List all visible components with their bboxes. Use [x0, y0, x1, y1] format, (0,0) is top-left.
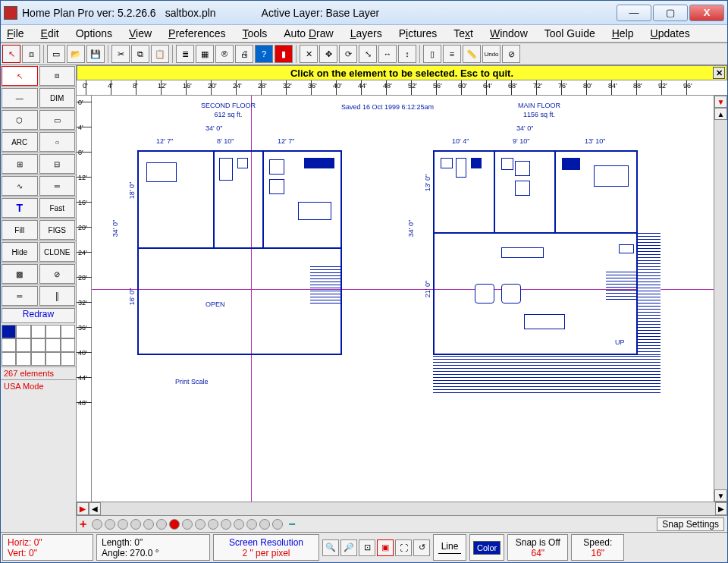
doors-tool[interactable]: ⊞ — [2, 154, 38, 174]
maximize-button[interactable]: ▢ — [653, 5, 688, 21]
register-icon[interactable]: ® — [215, 45, 234, 63]
layer-dot[interactable] — [234, 519, 244, 530]
close-button[interactable]: X — [689, 5, 724, 21]
snap-settings-button[interactable]: Snap Settings — [657, 517, 724, 531]
polyline-tool[interactable]: ⬡ — [2, 110, 38, 130]
zoom-in-icon[interactable]: 🔍 — [322, 539, 339, 556]
scroll-home-icon[interactable]: ▼ — [714, 96, 727, 108]
scroll-down-icon[interactable]: ▼ — [714, 489, 727, 502]
layer-dot[interactable] — [130, 519, 141, 530]
scale-icon[interactable]: ⤡ — [359, 45, 377, 63]
vdim-icon[interactable]: ↕ — [398, 45, 416, 63]
select-tool[interactable]: ⧈ — [39, 66, 76, 86]
fill-tool[interactable]: Fill — [2, 220, 38, 240]
menu-view[interactable]: View — [129, 27, 152, 39]
htrack-tool[interactable]: ═ — [2, 286, 38, 306]
scroll-left-icon[interactable]: ◀ — [89, 502, 101, 515]
hide-tool[interactable]: Hide — [2, 242, 38, 262]
open-icon[interactable]: 📂 — [67, 45, 85, 63]
arc-tool[interactable]: ARC — [2, 132, 38, 152]
layer-dot[interactable] — [156, 519, 167, 530]
undo-icon[interactable]: Undo — [482, 45, 500, 63]
clone-tool[interactable]: CLONE — [39, 242, 76, 262]
menu-help[interactable]: Help — [612, 27, 634, 39]
minimize-button[interactable]: — — [617, 5, 651, 21]
list-icon[interactable]: ≣ — [176, 45, 194, 63]
zoom-out-icon[interactable]: 🔎 — [340, 539, 357, 556]
layer-dot[interactable] — [246, 519, 257, 530]
menu-toolguide[interactable]: Tool Guide — [544, 27, 595, 39]
save-icon[interactable]: 💾 — [86, 45, 105, 63]
scroll-right-icon[interactable]: ▶ — [715, 502, 727, 515]
windows-tool[interactable]: ⊟ — [39, 154, 76, 174]
hint-close-icon[interactable]: ✕ — [713, 67, 725, 79]
layer-dot[interactable] — [92, 519, 102, 530]
layer-dot[interactable] — [208, 519, 218, 530]
scroll-origin-icon[interactable]: ▶ — [77, 502, 89, 515]
redo-icon[interactable]: ⊘ — [502, 45, 520, 63]
layer-dot[interactable] — [259, 519, 270, 530]
layer-dot[interactable] — [272, 519, 283, 530]
layer-dot[interactable] — [143, 519, 154, 530]
vtrack-tool[interactable]: ║ — [39, 286, 76, 306]
menu-layers[interactable]: Layers — [350, 27, 382, 39]
measure-icon[interactable]: 📏 — [463, 45, 481, 63]
zoom-prev-icon[interactable]: ↺ — [413, 539, 430, 556]
menu-window[interactable]: Window — [490, 27, 528, 39]
color-palette[interactable] — [2, 325, 75, 366]
rotate-icon[interactable]: ⟳ — [339, 45, 357, 63]
color-button[interactable]: Color — [469, 534, 504, 561]
menu-updates[interactable]: Updates — [651, 27, 690, 39]
snap-readout[interactable]: Snap is Off 64" — [507, 534, 568, 561]
menu-edit[interactable]: Edit — [41, 27, 59, 39]
menu-pictures[interactable]: Pictures — [399, 27, 438, 39]
help-icon[interactable]: ? — [255, 45, 273, 63]
copy-icon[interactable]: ⧉ — [131, 45, 149, 63]
parallel-tool[interactable]: ═ — [39, 176, 76, 196]
wall-icon[interactable]: ▯ — [423, 45, 441, 63]
layer-dot-active[interactable] — [169, 519, 180, 530]
minus-icon[interactable]: − — [288, 517, 295, 531]
layer-dot[interactable] — [221, 519, 231, 530]
scroll-up-icon[interactable]: ▲ — [714, 108, 727, 120]
delete-icon[interactable]: ✕ — [300, 45, 318, 63]
speed-readout[interactable]: Speed: 16" — [571, 534, 624, 561]
zoom-window-icon[interactable]: ▣ — [377, 539, 394, 556]
rect-tool[interactable]: ▭ — [39, 110, 76, 130]
menu-options[interactable]: Options — [76, 27, 112, 39]
erase-tool[interactable]: ⊘ — [39, 264, 76, 284]
vertical-scrollbar[interactable]: ▼ ▲ ▼ — [714, 96, 727, 502]
line-style-button[interactable]: Line — [433, 534, 466, 561]
menu-tools[interactable]: Tools — [243, 27, 268, 39]
circle-tool[interactable]: ○ — [39, 132, 76, 152]
line-tool[interactable]: — — [2, 88, 38, 108]
drawing-canvas[interactable]: Saved 16 Oct 1999 6:12:25am SECOND FLOOR… — [92, 96, 714, 502]
layer-dot[interactable] — [195, 519, 206, 530]
dim-tool[interactable]: DIM — [39, 88, 76, 108]
align-icon[interactable]: ≡ — [443, 45, 461, 63]
marker-icon[interactable]: ▮ — [275, 45, 293, 63]
text-tool[interactable]: T — [2, 198, 38, 218]
plus-icon[interactable]: + — [80, 517, 86, 531]
new-icon[interactable]: ▭ — [47, 45, 65, 63]
cut-icon[interactable]: ✂ — [111, 45, 130, 63]
menu-text[interactable]: Text — [453, 27, 473, 39]
zoom-extent-icon[interactable]: ⛶ — [395, 539, 412, 556]
layer-dot[interactable] — [182, 519, 193, 530]
redraw-button[interactable]: Redraw — [2, 308, 75, 323]
fast-text-tool[interactable]: Fast — [39, 198, 76, 218]
layer-dot[interactable] — [105, 519, 115, 530]
layer-dot[interactable] — [118, 519, 128, 530]
figs-tool[interactable]: FIGS — [39, 220, 76, 240]
menu-preferences[interactable]: Preferences — [168, 27, 226, 39]
menu-file[interactable]: File — [7, 27, 24, 39]
pointer-tool-icon[interactable]: ↖ — [2, 45, 20, 63]
menu-autodraw[interactable]: Auto Draw — [284, 27, 333, 39]
hatch-tool[interactable]: ▩ — [2, 264, 38, 284]
hdim-icon[interactable]: ↔ — [378, 45, 397, 63]
print-icon[interactable]: 🖨 — [235, 45, 253, 63]
select-area-icon[interactable]: ⧈ — [22, 45, 40, 63]
paste-icon[interactable]: 📋 — [151, 45, 169, 63]
zoom-fit-icon[interactable]: ⊡ — [359, 539, 375, 556]
grid-icon[interactable]: ▦ — [196, 45, 214, 63]
